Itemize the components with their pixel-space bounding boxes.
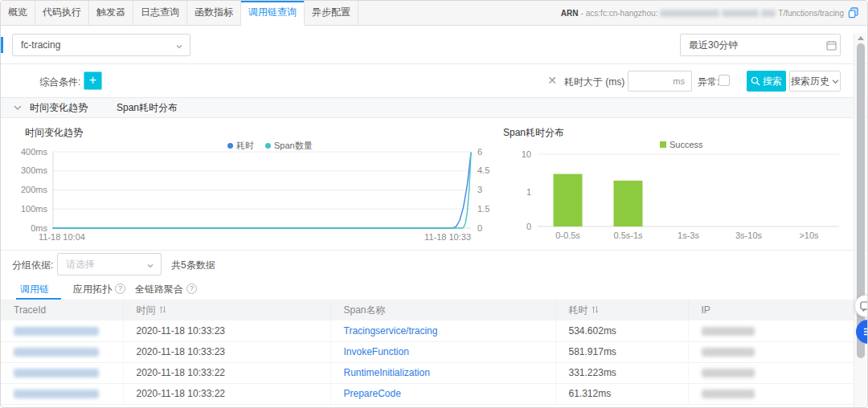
sort-icon[interactable] — [159, 305, 166, 314]
tab-bar: 概览代码执行触发器日志查询函数指标调用链查询异步配置 ARN - acs:fc:… — [1, 1, 868, 26]
span-name-link[interactable]: Tracingservice/tracing — [344, 325, 438, 337]
vertical-scrollbar[interactable] — [854, 33, 866, 408]
add-condition-button[interactable]: + — [84, 71, 102, 90]
search-button[interactable]: 搜索 — [747, 71, 786, 92]
groupby-placeholder: 请选择 — [66, 259, 95, 270]
arn-info: ARN - acs:fc:cn-hangzhou: T/functions/tr… — [561, 7, 859, 18]
list-icon — [862, 326, 868, 337]
svg-text:0.5s-1s: 0.5s-1s — [613, 231, 643, 240]
svg-text:3s-10s: 3s-10s — [735, 231, 763, 240]
result-tab-1[interactable]: 调用链 — [20, 278, 49, 300]
tab-1[interactable]: 概览 — [1, 1, 35, 26]
groupby-row: 分组依据: 请选择 共5条数据 — [1, 251, 868, 278]
groupby-select[interactable]: 请选择 — [57, 253, 162, 275]
filter-label: 综合条件: — [39, 75, 80, 89]
copy-icon[interactable] — [848, 7, 859, 18]
service-select[interactable]: fc-tracing — [12, 34, 190, 56]
result-tab-2[interactable]: 应用拓扑? — [73, 278, 125, 300]
search-history-label: 搜索历史 — [791, 75, 829, 88]
svg-text:1s-3s: 1s-3s — [678, 231, 699, 240]
traceid-redacted[interactable] — [14, 348, 99, 357]
span-name-link[interactable]: InvokeFunction — [344, 346, 409, 357]
duration-input[interactable]: ms — [628, 71, 692, 92]
trace-table: TraceId时间Span名称耗时IP 2020-11-18 10:33:23T… — [1, 300, 868, 405]
calendar-icon — [826, 40, 833, 47]
groupby-label: 分组依据: — [12, 259, 53, 272]
left-accent-strip — [1, 37, 3, 53]
table-row: 2020-11-18 10:33:23InvokeFunction581.917… — [1, 341, 854, 362]
error-filter-label: 异常: — [698, 75, 719, 89]
tab-5[interactable]: 函数指标 — [187, 1, 241, 26]
column-header-时间[interactable]: 时间 — [123, 300, 330, 320]
ip-redacted — [702, 390, 755, 398]
column-header-耗时[interactable]: 耗时 — [555, 300, 688, 320]
filter-bar: 综合条件: + ✕ 耗时大于 (ms) ms 异常: 搜索 搜索历史 — [1, 64, 868, 97]
search-button-label: 搜索 — [763, 75, 782, 88]
span-name-link[interactable]: RuntimeInitialization — [344, 367, 430, 378]
scroll-up-arrow[interactable] — [858, 36, 864, 40]
cell-time: 2020-11-18 10:33:23 — [123, 320, 330, 341]
result-count: 共5条数据 — [171, 259, 215, 272]
time-range-value: 最近30分钟 — [689, 39, 738, 51]
cell-duration: 534.602ms — [555, 320, 688, 341]
help-icon[interactable]: ? — [115, 284, 125, 294]
tab-bar-fill: ARN - acs:fc:cn-hangzhou: T/functions/tr… — [358, 1, 868, 26]
function-compute-tracing-page: 概览代码执行触发器日志查询函数指标调用链查询异步配置 ARN - acs:fc:… — [0, 0, 868, 408]
cell-duration: 61.312ms — [555, 383, 688, 404]
chat-icon — [860, 300, 868, 312]
cell-time: 2020-11-18 10:33:22 — [123, 383, 330, 404]
tab-6[interactable]: 调用链查询 — [241, 1, 305, 26]
column-header-IP: IP — [688, 300, 854, 320]
error-checkbox[interactable] — [719, 75, 730, 86]
arn-redacted-1 — [660, 10, 719, 17]
collapse-icon[interactable] — [14, 104, 22, 112]
svg-text:>10s: >10s — [799, 231, 819, 240]
time-range-picker[interactable]: 最近30分钟 — [680, 34, 841, 56]
section-trend-title: 时间变化趋势 — [30, 101, 88, 115]
sort-icon[interactable] — [592, 305, 599, 314]
column-header-Span名称: Span名称 — [330, 300, 555, 320]
service-select-value: fc-tracing — [21, 39, 60, 51]
duration-filter-label: 耗时大于 (ms) — [564, 75, 624, 89]
charts-section-header: 时间变化趋势 Span耗时分布 — [1, 97, 868, 118]
toolbar-row: fc-tracing 最近30分钟 — [1, 26, 868, 64]
section-dist-title: Span耗时分布 — [117, 101, 178, 115]
arn-redacted-3 — [761, 10, 776, 17]
cell-time: 2020-11-18 10:33:22 — [123, 362, 330, 383]
charts-area: 时间变化趋势 耗时 Span数量 0ms0100ms1.5200ms3300ms… — [1, 118, 868, 251]
traceid-redacted[interactable] — [14, 327, 99, 336]
chevron-down-icon — [832, 78, 839, 85]
arn-prefix: acs:fc:cn-hangzhou: — [586, 9, 658, 18]
traceid-redacted[interactable] — [14, 390, 99, 398]
chevron-down-icon — [176, 43, 182, 50]
help-icon[interactable]: ? — [186, 284, 197, 294]
search-icon — [751, 76, 760, 86]
duration-unit: ms — [673, 76, 685, 86]
svg-text:0-0.5s: 0-0.5s — [555, 231, 580, 240]
arn-label: ARN — [561, 9, 579, 18]
result-tab-3[interactable]: 全链路聚合? — [135, 278, 197, 300]
ip-redacted — [702, 348, 755, 357]
cell-duration: 331.223ms — [555, 362, 688, 383]
cell-duration: 581.917ms — [555, 341, 688, 362]
clear-icon[interactable]: ✕ — [546, 74, 559, 87]
condition-input[interactable] — [105, 71, 543, 92]
ip-redacted — [702, 369, 755, 377]
span-name-link[interactable]: PrepareCode — [344, 388, 401, 399]
arn-dash: - — [580, 9, 583, 18]
tab-2[interactable]: 代码执行 — [35, 1, 89, 26]
svg-text:10: 10 — [522, 149, 531, 159]
tab-4[interactable]: 日志查询 — [133, 1, 187, 26]
table-row: 2020-11-18 10:33:22PrepareCode61.312ms — [1, 383, 854, 404]
arn-suffix: T/functions/tracing — [778, 9, 844, 18]
search-history-button[interactable]: 搜索历史 — [789, 71, 841, 92]
svg-text:0: 0 — [526, 222, 531, 231]
table-row: 2020-11-18 10:33:22RuntimeInitialization… — [1, 362, 854, 383]
arn-redacted-2 — [722, 10, 759, 17]
traceid-redacted[interactable] — [14, 369, 99, 377]
tab-3[interactable]: 触发器 — [89, 1, 133, 26]
chevron-down-icon — [147, 263, 154, 269]
column-header-TraceId: TraceId — [1, 300, 123, 320]
svg-text:1: 1 — [526, 187, 531, 197]
tab-7[interactable]: 异步配置 — [305, 1, 358, 26]
